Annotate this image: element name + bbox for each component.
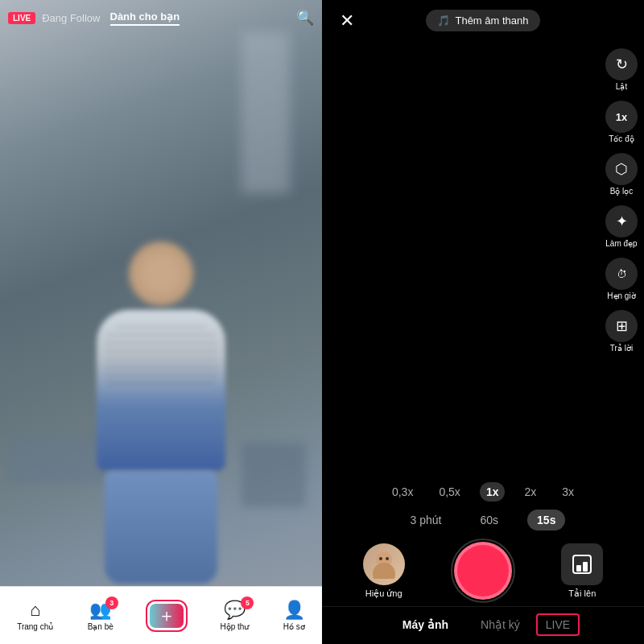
mode-diary[interactable]: Nhật ký (464, 613, 536, 636)
search-icon[interactable]: 🔍 (296, 9, 314, 27)
upload-button[interactable]: Tải lên (561, 543, 603, 599)
tab-danh-cho-ban[interactable]: Dành cho bạn (110, 10, 180, 26)
nav-profile[interactable]: 👤 Hồ sơ (283, 600, 305, 631)
person-figure (72, 242, 250, 580)
left-top-bar: LIVE Đang Follow Dành cho bạn 🔍 (0, 0, 322, 35)
person-body (97, 310, 225, 471)
reply-label: Trả lời (610, 344, 633, 353)
nav-inbox[interactable]: 💬 5 Hộp thư (220, 600, 249, 631)
duration-3min[interactable]: 3 phút (401, 510, 452, 530)
add-sound-label: Thêm âm thanh (455, 14, 528, 27)
filter-button[interactable]: ⬡ Bộ lọc (605, 153, 638, 196)
upload-icon (561, 543, 603, 585)
friends-badge: 3 (105, 597, 118, 609)
zoom-1x[interactable]: 1x (480, 482, 506, 502)
person-legs (105, 471, 217, 584)
beauty-label: Làm đẹp (605, 239, 637, 248)
svg-point-3 (386, 557, 389, 560)
svg-point-1 (373, 563, 395, 579)
upload-label: Tải lên (568, 588, 596, 599)
bg-chair (242, 443, 306, 507)
filter-label: Bộ lọc (610, 187, 634, 196)
zoom-2x[interactable]: 2x (518, 482, 543, 502)
nav-home[interactable]: ⌂ Trang chủ (17, 600, 53, 631)
flip-icon: ↻ (605, 48, 638, 80)
speed-icon: 1x (605, 101, 638, 133)
right-top-bar: ✕ 🎵 Thêm âm thanh (322, 0, 644, 41)
flip-label: Lật (616, 82, 627, 91)
bg-light (242, 32, 290, 193)
duration-row: 3 phút 60s 15s (322, 510, 644, 530)
duration-60s[interactable]: 60s (471, 510, 509, 530)
filter-icon: ⬡ (605, 153, 638, 185)
action-row: Hiệu ứng Tải lên (322, 542, 644, 600)
timer-label: Hẹn giờ (607, 291, 635, 300)
avatar-face-svg (369, 550, 398, 579)
side-icons: ↻ Lật 1x Tốc độ ⬡ Bộ lọc ✦ Làm đẹp ⏱ Hẹn… (605, 48, 638, 359)
reply-button[interactable]: ⊞ Trả lời (605, 310, 638, 353)
reply-icon: ⊞ (605, 310, 638, 342)
beauty-icon: ✦ (605, 205, 638, 237)
speed-label: Tốc độ (609, 134, 634, 143)
effect-avatar (363, 543, 405, 585)
close-button[interactable]: ✕ (335, 10, 359, 31)
plus-icon: ＋ (158, 604, 175, 628)
beauty-button[interactable]: ✦ Làm đẹp (605, 205, 638, 248)
flip-button[interactable]: ↻ Lật (605, 48, 638, 91)
friends-label: Bạn bè (88, 622, 114, 631)
upload-icon-svg (572, 554, 592, 575)
tab-dang-follow[interactable]: Đang Follow (42, 12, 100, 24)
create-button[interactable]: ＋ (147, 601, 186, 630)
right-panel: ✕ 🎵 Thêm âm thanh ↻ Lật 1x Tốc độ ⬡ Bộ l… (322, 0, 644, 644)
live-badge: LIVE (8, 12, 35, 24)
left-panel: LIVE Đang Follow Dành cho bạn 🔍 ⌂ Trang … (0, 0, 322, 644)
record-button[interactable] (454, 542, 512, 600)
add-sound-button[interactable]: 🎵 Thêm âm thanh (426, 10, 539, 31)
bottom-controls: 0,3x 0,5x 1x 2x 3x 3 phút 60s 15s (322, 482, 644, 644)
effect-button[interactable]: Hiệu ứng (363, 543, 405, 599)
svg-rect-6 (583, 562, 588, 572)
timer-icon: ⏱ (605, 258, 638, 290)
zoom-03x[interactable]: 0,3x (386, 482, 419, 502)
bottom-nav: ⌂ Trang chủ 👥 3 Bạn bè ＋ 💬 5 Hộp thư 👤 H… (0, 586, 322, 644)
home-label: Trang chủ (17, 622, 53, 631)
zoom-row: 0,3x 0,5x 1x 2x 3x (322, 482, 644, 502)
profile-icon: 👤 (283, 600, 305, 621)
duration-15s[interactable]: 15s (527, 510, 565, 530)
nav-friends[interactable]: 👥 3 Bạn bè (88, 600, 114, 631)
svg-rect-5 (576, 565, 581, 572)
profile-label: Hồ sơ (283, 622, 305, 631)
mode-row: Máy ảnh Nhật ký LIVE (322, 606, 644, 636)
mode-live[interactable]: LIVE (536, 613, 580, 636)
nav-create[interactable]: ＋ (147, 601, 186, 630)
zoom-05x[interactable]: 0,5x (432, 482, 466, 502)
timer-button[interactable]: ⏱ Hẹn giờ (605, 258, 638, 300)
home-icon: ⌂ (30, 600, 40, 621)
inbox-badge: 5 (241, 597, 254, 609)
svg-rect-4 (573, 555, 591, 573)
person-head (129, 242, 193, 306)
music-icon: 🎵 (437, 14, 450, 27)
zoom-3x[interactable]: 3x (555, 482, 580, 502)
effect-label: Hiệu ứng (365, 588, 402, 599)
speed-button[interactable]: 1x Tốc độ (605, 101, 638, 143)
inbox-label: Hộp thư (220, 622, 249, 631)
mode-camera[interactable]: Máy ảnh (386, 613, 464, 636)
svg-point-2 (379, 557, 382, 560)
